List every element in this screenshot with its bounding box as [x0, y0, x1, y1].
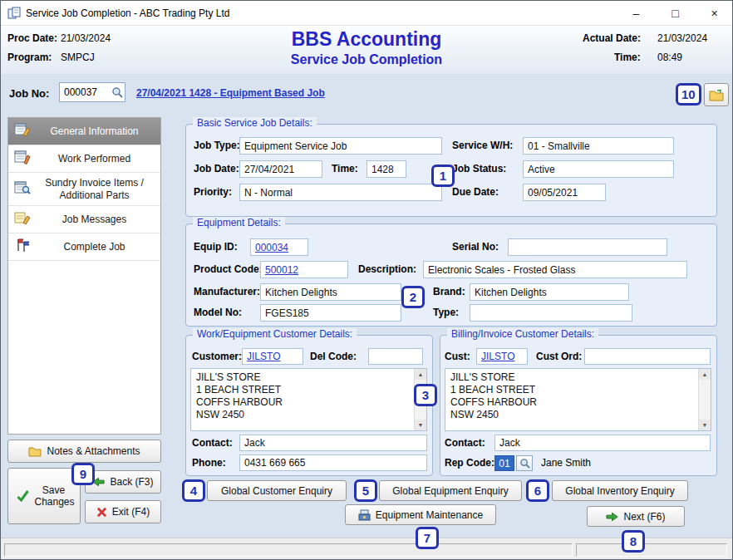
- sidebar-item-label: Complete Job: [8, 238, 160, 257]
- sidebar-item-sundry-invoice-items[interactable]: Sundry Invoice Items / Additional Parts: [8, 173, 160, 206]
- sidebar-item-label: General Information: [8, 122, 160, 141]
- work-contact-field[interactable]: Jack: [239, 435, 427, 451]
- serial-no-label: Serial No:: [452, 238, 499, 256]
- phone-field[interactable]: 0431 669 665: [239, 454, 427, 471]
- brand-label: Brand:: [433, 283, 465, 301]
- back-button[interactable]: Back (F3): [85, 470, 161, 494]
- rep-code-field[interactable]: 01: [494, 455, 514, 471]
- global-equipment-enquiry-button[interactable]: Global Equipment Enquiry: [379, 480, 522, 501]
- back-label: Back (F3): [110, 476, 153, 488]
- annotation-badge-7: 7: [416, 527, 439, 549]
- work-customer-title: Work/Equipment Customer Details:: [193, 328, 357, 340]
- annotation-badge-1: 1: [431, 165, 455, 187]
- sidebar-item-label: Work Performed: [8, 150, 160, 169]
- save-changes-button[interactable]: Save Changes: [7, 468, 81, 524]
- job-no-value: 000037: [64, 86, 111, 98]
- del-code-label: Del Code:: [310, 348, 357, 366]
- next-label: Next (F6): [623, 511, 665, 523]
- exit-label: Exit (F4): [112, 506, 150, 518]
- global-inventory-enquiry-button[interactable]: Global Inventory Enquiry: [552, 480, 688, 501]
- due-date-field[interactable]: 09/05/2021: [523, 184, 606, 201]
- job-status-field[interactable]: Active: [523, 160, 674, 178]
- manufacturer-field[interactable]: Kitchen Delights: [260, 283, 401, 301]
- sidebar-item-label: Job Messages: [8, 210, 160, 229]
- sundry-invoice-items-icon: [14, 180, 31, 199]
- notes-attachments-button[interactable]: Notes & Attachments: [7, 440, 161, 463]
- job-time-label: Time:: [332, 160, 358, 178]
- cust-field[interactable]: JILSTO: [476, 348, 528, 365]
- close-button[interactable]: ×: [695, 1, 733, 26]
- scroll-down-icon[interactable]: ▼: [699, 420, 711, 430]
- manufacturer-label: Manufacturer:: [194, 283, 260, 301]
- model-no-label: Model No:: [194, 304, 242, 322]
- work-customer-address[interactable]: JILL'S STORE 1 BEACH STREET COFFS HARBOU…: [190, 368, 427, 431]
- global-customer-enquiry-label: Global Customer Enquiry: [221, 485, 332, 497]
- customer-link[interactable]: JILSTO: [247, 351, 280, 362]
- product-code-field[interactable]: 500012: [260, 261, 348, 278]
- billing-customer-address[interactable]: JILL'S STORE 1 BEACH STREET COFFS HARBOU…: [445, 368, 711, 431]
- global-customer-enquiry-button[interactable]: Global Customer Enquiry: [207, 480, 347, 501]
- title-bar: Service Job Completion - ABC Trading Pty…: [1, 1, 732, 26]
- sidebar-item-work-performed[interactable]: Work Performed: [8, 145, 160, 173]
- job-description-link[interactable]: 27/04/2021 1428 - Equipment Based Job: [136, 87, 325, 99]
- phone-label: Phone:: [192, 454, 226, 472]
- work-contact-label: Contact:: [192, 435, 233, 452]
- service-wh-label: Service W/H:: [452, 137, 513, 155]
- job-no-input[interactable]: 000037: [59, 82, 125, 102]
- rep-code-label: Rep Code:: [445, 454, 494, 472]
- program-value: SMPCJ: [61, 52, 95, 63]
- equipment-maintenance-button[interactable]: Equipment Maintenance: [345, 504, 496, 525]
- job-time-field[interactable]: 1428: [366, 160, 406, 178]
- del-code-field[interactable]: [368, 348, 423, 365]
- minimize-button[interactable]: –: [617, 1, 656, 26]
- rep-code-search-icon[interactable]: [516, 455, 533, 471]
- equip-id-link[interactable]: 000034: [255, 242, 288, 253]
- sidebar-item-general-information[interactable]: General Information: [8, 118, 160, 145]
- job-no-label: Job No:: [9, 87, 49, 100]
- priority-field[interactable]: N - Normal: [239, 184, 442, 201]
- brand-field[interactable]: Kitchen Delights: [470, 283, 629, 301]
- equip-id-field[interactable]: 000034: [250, 238, 308, 256]
- folder-open-icon: [709, 89, 724, 101]
- description-field[interactable]: Electronic Scales - Frosted Glass: [423, 261, 687, 278]
- actual-date-value: 21/03/2024: [657, 32, 707, 44]
- billing-address-scrollbar[interactable]: ▲ ▼: [698, 369, 711, 430]
- maximize-button[interactable]: □: [656, 1, 695, 26]
- due-date-label: Due Date:: [452, 184, 499, 201]
- job-type-field[interactable]: Equipment Service Job: [239, 137, 442, 155]
- cust-ord-label: Cust Ord:: [536, 348, 582, 366]
- scroll-down-icon[interactable]: ▼: [415, 420, 426, 430]
- annotation-badge-9: 9: [71, 463, 95, 485]
- scroll-up-icon[interactable]: ▲: [415, 369, 426, 380]
- window-title: Service Job Completion - ABC Trading Pty…: [26, 1, 229, 26]
- save-changes-label: Save Changes: [35, 484, 73, 508]
- job-date-field[interactable]: 27/04/2021: [239, 160, 322, 178]
- equipment-details-title: Equipment Details:: [193, 217, 285, 228]
- job-date-label: Job Date:: [194, 160, 239, 178]
- cust-ord-field[interactable]: [584, 348, 711, 365]
- billing-customer-title: Billing/Invoice Customer Details:: [447, 328, 598, 340]
- work-performed-icon: [14, 150, 31, 168]
- serial-no-field[interactable]: [508, 238, 667, 256]
- next-button[interactable]: Next (F6): [587, 506, 685, 527]
- next-arrow-icon: [606, 512, 618, 522]
- job-no-search-icon[interactable]: [111, 86, 123, 98]
- global-inventory-enquiry-label: Global Inventory Enquiry: [565, 485, 674, 497]
- type-label: Type:: [433, 304, 459, 322]
- customer-field[interactable]: JILSTO: [242, 348, 303, 365]
- billing-contact-field[interactable]: Jack: [494, 435, 711, 451]
- sidebar-item-complete-job[interactable]: Complete Job: [8, 233, 160, 261]
- scroll-up-icon[interactable]: ▲: [699, 369, 711, 380]
- exit-button[interactable]: Exit (F4): [85, 500, 161, 523]
- billing-contact-label: Contact:: [445, 435, 485, 452]
- attachments-folder-button[interactable]: [704, 83, 729, 106]
- sidebar-item-job-messages[interactable]: Job Messages: [8, 206, 160, 233]
- model-no-field[interactable]: FGES185: [260, 304, 401, 322]
- actual-date-label: Actual Date:: [583, 32, 641, 44]
- product-code-link[interactable]: 500012: [265, 264, 298, 276]
- service-job-completion-window: { "window": { "title": "Service Job Comp…: [0, 0, 733, 560]
- cust-link[interactable]: JILSTO: [481, 351, 514, 362]
- annotation-badge-6: 6: [526, 479, 549, 502]
- type-field[interactable]: [470, 304, 632, 322]
- service-wh-field[interactable]: 01 - Smallville: [523, 137, 674, 155]
